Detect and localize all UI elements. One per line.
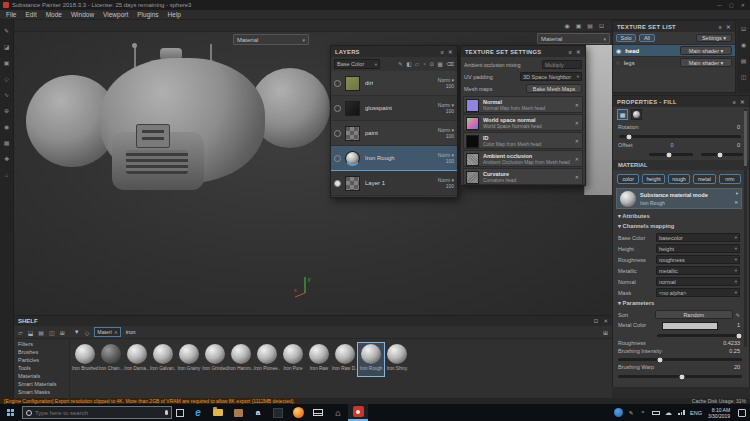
layer-opacity[interactable]: 100: [446, 108, 454, 114]
panel-close-icon[interactable]: ✕: [448, 49, 453, 55]
panel-menu-icon[interactable]: ≡: [733, 99, 737, 105]
layer-visibility-toggle[interactable]: [334, 180, 341, 187]
undock-panel-icon[interactable]: ⊡: [594, 318, 599, 324]
set-visibility-icon[interactable]: ◉: [616, 47, 621, 54]
add-folder-icon[interactable]: ▱: [415, 61, 419, 67]
clock[interactable]: 8:10 AM3/30/2019: [704, 404, 734, 421]
add-effect-icon[interactable]: ✎: [398, 61, 403, 67]
tray-app-icon[interactable]: [611, 404, 625, 421]
category-smart-masks[interactable]: Smart Masks: [14, 388, 69, 396]
panel-menu-icon[interactable]: ≡: [441, 49, 445, 55]
category-brushes[interactable]: Brushes: [14, 348, 69, 356]
file-explorer-icon[interactable]: [208, 404, 228, 421]
material-tile-selected[interactable]: Iron Rough: [358, 343, 384, 376]
edge-icon[interactable]: e: [188, 404, 208, 421]
menu-viewport[interactable]: Viewport: [103, 11, 128, 18]
attributes-section-header[interactable]: Attributes: [622, 213, 649, 219]
layer-row-iron-rough-selected[interactable]: Iron Rough Norm ▾100: [331, 146, 457, 171]
category-particles[interactable]: Particles: [14, 356, 69, 364]
uv-padding-dropdown[interactable]: 3D Space Neighbor▾: [520, 72, 582, 81]
menu-mode[interactable]: Mode: [46, 11, 62, 18]
display-settings-icon[interactable]: ⊡: [599, 22, 604, 29]
firefox-icon[interactable]: [288, 404, 308, 421]
layer-row-glosspaint[interactable]: glosspaint Norm ▾100: [331, 96, 457, 121]
shelf-search-term[interactable]: iron: [126, 329, 136, 335]
filter-funnel-icon[interactable]: ▼: [74, 329, 80, 335]
tray-overflow-caret-icon[interactable]: ^: [637, 404, 649, 421]
channel-toggle-height[interactable]: height: [642, 174, 664, 184]
remove-map-icon[interactable]: ✕: [575, 138, 579, 144]
metal-color-value[interactable]: 1: [737, 322, 740, 328]
bake-mesh-maps-button[interactable]: Bake Mesh Maps: [526, 84, 582, 93]
add-mask-icon[interactable]: ◧: [406, 61, 411, 67]
image-icon[interactable]: ▤: [587, 22, 593, 29]
material-tile[interactable]: Iron Grainy: [176, 343, 202, 376]
channel-toggle-nrm[interactable]: nrm: [719, 174, 741, 184]
mapping-dropdown-normal[interactable]: normal▾: [656, 277, 740, 286]
mapping-dropdown-roughness[interactable]: roughness▾: [656, 255, 740, 264]
dock-display-settings-icon[interactable]: ⊡: [741, 25, 746, 32]
battery-icon[interactable]: [649, 404, 662, 421]
grid-view-icon[interactable]: ⊞: [603, 329, 608, 336]
panel-menu-icon[interactable]: ≡: [569, 49, 573, 55]
layer-visibility-toggle[interactable]: [334, 105, 341, 112]
network-icon[interactable]: [675, 404, 688, 421]
remove-map-icon[interactable]: ✕: [575, 102, 579, 108]
clone-tool-icon[interactable]: ⊕: [4, 108, 9, 115]
remove-filter-icon[interactable]: ✕: [114, 330, 118, 335]
channel-toggle-color[interactable]: color: [617, 174, 639, 184]
mapping-dropdown-basecolor[interactable]: basecolor▾: [656, 233, 740, 242]
remove-map-icon[interactable]: ✕: [575, 174, 579, 180]
panel-scrollbar[interactable]: [744, 109, 747, 379]
add-resource-icon[interactable]: ⊞: [60, 329, 65, 336]
chevron-down-icon[interactable]: ▾: [736, 191, 738, 196]
polygon-fill-tool-icon[interactable]: ◇: [4, 76, 9, 83]
mesh-map-world-space-normal[interactable]: World space normal World Space Normals h…: [463, 114, 583, 131]
material-tile[interactable]: Iron Chain...: [98, 343, 124, 376]
particles-tool-icon[interactable]: ✚: [4, 156, 9, 163]
category-filters[interactable]: Filters: [14, 340, 69, 348]
eraser-tool-icon[interactable]: ◪: [4, 44, 10, 51]
material-tile[interactable]: Iron Brushed: [72, 343, 98, 376]
material-tile[interactable]: Iron Shiny: [384, 343, 410, 376]
shader-dropdown[interactable]: Main shader ▾: [680, 46, 732, 55]
quick-mask-tool-icon[interactable]: ▦: [4, 140, 10, 147]
material-tile[interactable]: Iron Dama...: [124, 343, 150, 376]
layer-visibility-toggle[interactable]: [334, 80, 341, 87]
maximize-icon[interactable]: ▢: [729, 2, 734, 8]
mail-icon[interactable]: [308, 404, 328, 421]
mesh-map-normal[interactable]: Normal Normal Map from Mesh head ✕: [463, 96, 583, 113]
start-button[interactable]: [0, 404, 20, 421]
channel-toggle-metal[interactable]: metal: [693, 174, 715, 184]
search-input[interactable]: [35, 410, 165, 416]
offset-slider-2[interactable]: [701, 153, 743, 156]
mesh-map-curvature[interactable]: Curvature Curvature head ✕: [463, 168, 583, 185]
delete-layer-icon[interactable]: ⌫: [446, 61, 454, 67]
panel-close-icon[interactable]: ✕: [576, 49, 581, 55]
channel-toggle-rough[interactable]: rough: [668, 174, 690, 184]
offset-value-2[interactable]: 0: [737, 142, 740, 148]
material-tile[interactable]: Iron Raw D...: [332, 343, 358, 376]
metal-color-slider[interactable]: [657, 334, 742, 337]
parameters-section-header[interactable]: Parameters: [623, 300, 655, 306]
channel-filter-dropdown[interactable]: Base Color▾: [334, 59, 380, 69]
dock-shader-settings-icon[interactable]: ◉: [741, 41, 746, 48]
layer-opacity[interactable]: 100: [446, 158, 454, 164]
layer-visibility-toggle[interactable]: [334, 130, 341, 137]
task-view-button[interactable]: [172, 404, 188, 421]
settings-dropdown[interactable]: Settings ▾: [696, 34, 732, 42]
sort-value-button[interactable]: Random: [655, 310, 733, 319]
projection-mode-tab[interactable]: ▦: [617, 109, 628, 120]
import-resources-icon[interactable]: ⬓: [28, 329, 34, 336]
panel-close-icon[interactable]: ✕: [740, 99, 745, 105]
projection-tool-icon[interactable]: ▣: [4, 60, 10, 67]
mapping-dropdown-mask[interactable]: <no alpha>▾: [656, 288, 740, 297]
layer-opacity[interactable]: 100: [446, 133, 454, 139]
brushing-intensity-value[interactable]: 0.25: [729, 348, 740, 354]
effects-tool-icon[interactable]: ⌂: [5, 172, 9, 179]
category-materials[interactable]: Materials: [14, 372, 69, 380]
layer-opacity[interactable]: 100: [446, 183, 454, 189]
minimize-icon[interactable]: —: [717, 2, 722, 8]
menu-window[interactable]: Window: [71, 11, 94, 18]
library-icon[interactable]: ▤: [38, 329, 44, 336]
